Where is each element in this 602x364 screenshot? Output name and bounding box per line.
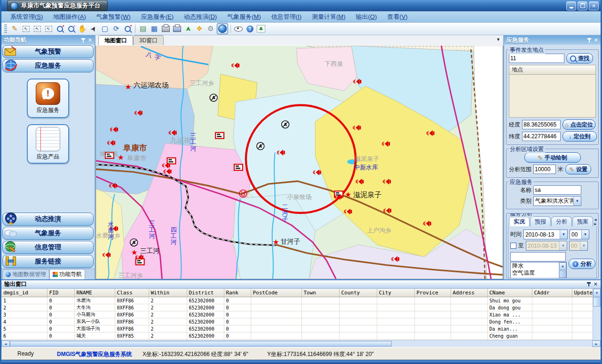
tab-function-nav[interactable]: 功能导航 [49, 269, 85, 279]
export-map-icon[interactable]: ♣ [256, 24, 266, 34]
select-arrow-icon[interactable]: ↖ [21, 24, 31, 34]
set-range-button[interactable]: ✎ 设置 [565, 164, 591, 174]
measure-icon[interactable]: ✎ [9, 24, 20, 34]
tab-3d-window[interactable]: 3D窗口 [133, 35, 164, 45]
print-icon[interactable] [160, 24, 171, 34]
to-date-select[interactable]: 2010-08-13 ▼ [526, 241, 567, 251]
menu-output[interactable]: 输出(O) [351, 12, 382, 22]
scroll-up-icon[interactable]: ▲ [593, 289, 601, 297]
manual-draw-button[interactable]: ✎ 手动绘制 [524, 152, 581, 163]
settings-gear-icon[interactable]: ⚙ [206, 24, 216, 34]
nav-group-info-management[interactable]: 信息管理 [2, 241, 94, 254]
scroll-thumb[interactable] [593, 297, 601, 307]
table-hscrollbar[interactable]: ◄ ► [1, 340, 601, 347]
table-vscrollbar[interactable]: ▲ [593, 289, 601, 340]
visibility-eye-icon[interactable] [233, 24, 244, 34]
globe-tool-icon[interactable] [217, 23, 228, 34]
basemap-icon[interactable]: ▦ [149, 24, 159, 34]
pan-icon[interactable]: ✋ [77, 24, 87, 34]
scroll-right-icon[interactable]: ► [592, 340, 601, 347]
menu-weather-service[interactable]: 气象服务(M) [222, 12, 266, 22]
table-row[interactable]: 40东风一小队0XFF8626523020000Dong fen... [1, 318, 593, 325]
menu-emergency-service[interactable]: 应急服务(E) [136, 12, 179, 22]
column-header[interactable]: Class [115, 289, 149, 297]
range-input[interactable] [533, 165, 556, 174]
table-row[interactable]: 30小马厩沟0XFF8626523020000Xiao ma ... [1, 311, 593, 318]
close-icon[interactable]: ✕ [88, 38, 92, 43]
emergency-product-button[interactable]: 应急产品 [27, 124, 69, 164]
pointer-icon[interactable]: ➤ [88, 24, 99, 34]
tab-scroll-arrows[interactable]: ◄ ► [594, 218, 598, 226]
zoom-out-icon[interactable]: − [66, 24, 76, 34]
menu-dynamic-deduction[interactable]: 动态推演(D) [179, 12, 222, 22]
identify-icon[interactable]: ? [122, 24, 133, 34]
column-header[interactable]: CName [487, 289, 532, 297]
column-header[interactable]: RNAME [74, 289, 115, 297]
menu-info-management[interactable]: 信息管理(I) [266, 12, 307, 22]
dropdown-arrow-icon[interactable]: ▼ [560, 230, 567, 239]
menu-measure-calc[interactable]: 测量计算(M) [307, 12, 351, 22]
list-item[interactable]: 空气温度 [511, 269, 559, 277]
location-list[interactable] [509, 75, 596, 118]
nav-group-dynamic-deduction[interactable]: 动态推演 [2, 213, 94, 226]
scroll-left-icon[interactable]: ◄ [1, 340, 10, 347]
event-search-input[interactable] [509, 54, 564, 63]
table-row[interactable]: 60城关0XFF8526523020000Cheng guan [1, 332, 593, 340]
search-button[interactable]: 查找 [566, 53, 593, 63]
dropdown-arrow-icon[interactable]: ▼ [581, 230, 589, 239]
nav-group-weather-service[interactable]: 气象服务 [2, 227, 94, 240]
goto-locate-button[interactable]: ↓ 定位到 [562, 131, 597, 142]
column-header[interactable]: Address [451, 289, 487, 297]
column-header[interactable]: County [339, 289, 377, 297]
column-header[interactable]: Town [301, 289, 339, 297]
list-item[interactable]: 降水 [511, 262, 559, 269]
hour-select[interactable]: 00 ▼ [570, 229, 589, 239]
close-button[interactable]: ✕ [589, 1, 599, 10]
tab-analysis[interactable]: 分析 [551, 216, 572, 226]
tab-map-window[interactable]: 地图窗口 [98, 35, 133, 45]
restore-button[interactable] [578, 1, 587, 10]
close-icon[interactable]: ✕ [594, 38, 598, 43]
close-icon[interactable]: ✕ [594, 282, 598, 287]
location-list-header[interactable]: 地点 [509, 65, 596, 75]
tab-overflow-icon[interactable]: ▼ [496, 37, 500, 42]
column-header[interactable]: CAddr [532, 289, 572, 297]
map-canvas[interactable]: AAAA★★★★★八字六运湖农场三工河乡下西泉九运街阜康市城关镇阜康市滋泥泉子中… [95, 46, 503, 279]
zoom-in-icon[interactable]: + [55, 24, 65, 34]
toolbar-drag-handle[interactable] [4, 24, 7, 33]
emergency-service-button[interactable]: ! 应急服务 [27, 79, 69, 118]
analyze-button[interactable]: i 分析 [569, 259, 595, 269]
column-header[interactable]: FID [47, 289, 74, 297]
element-filter-input[interactable] [510, 252, 566, 261]
nav-group-weather-warning[interactable]: 气象预警 [2, 45, 94, 58]
tab-forecast[interactable]: 预报 [530, 216, 551, 226]
select-rect-icon[interactable]: ↖ [32, 24, 42, 34]
latitude-input[interactable] [522, 132, 561, 141]
service-name-input[interactable] [533, 185, 581, 195]
pin-icon[interactable] [587, 38, 591, 42]
to-hour-select[interactable]: 00 ▼ [569, 241, 588, 251]
refresh-map-icon[interactable]: ⟳ [111, 24, 121, 34]
column-header[interactable]: dmgis_id [1, 289, 47, 297]
list-scrollbar[interactable]: ▲ [559, 262, 566, 278]
layer-manager-icon[interactable]: ▤ [138, 24, 148, 34]
menu-view[interactable]: 查看(V) [382, 12, 412, 22]
column-header[interactable]: Provice [414, 289, 451, 297]
table-row[interactable]: 10水磨沟0XFF8626523020000Shui mo gou [1, 297, 593, 304]
table-row[interactable]: 50大面场子沟0XFF8626523020000Da mian... [1, 325, 593, 332]
column-header[interactable]: City [377, 289, 414, 297]
element-list[interactable]: 降水 空气温度 ▲ [510, 262, 567, 278]
column-header[interactable]: Rank [224, 289, 251, 297]
scroll-thumb[interactable] [10, 341, 392, 347]
flash-locate-icon[interactable]: ➤ [183, 24, 193, 34]
minimize-button[interactable] [566, 1, 576, 10]
longitude-input[interactable] [522, 120, 561, 129]
column-header[interactable]: Update [572, 289, 593, 297]
scroll-up-icon[interactable]: ▲ [559, 262, 566, 270]
table-row[interactable]: 20大冬沟0XFF8626523020000Da dong gou [1, 304, 593, 311]
column-header[interactable]: Within [149, 289, 187, 297]
print-preview-icon[interactable] [172, 24, 182, 34]
add-marker-icon[interactable]: ❖ [194, 24, 205, 34]
pin-icon[interactable] [587, 282, 591, 286]
tab-plan[interactable]: 预案 [572, 216, 593, 226]
